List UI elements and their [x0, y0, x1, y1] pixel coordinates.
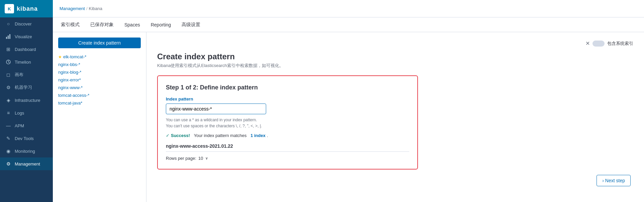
sidebar-item-label: Monitoring — [15, 149, 35, 154]
sidebar-item-monitoring[interactable]: ◉ Monitoring — [0, 145, 53, 157]
apm-icon: — — [5, 123, 11, 129]
sidebar-item-label: Dashboard — [15, 47, 36, 52]
visualize-icon — [5, 33, 11, 40]
list-item[interactable]: nginx-bbs-* — [58, 61, 141, 68]
page-header: ✕ 包含系统索引 Create index pattern Kibana使用索引… — [157, 40, 633, 69]
management-icon: ⚙ — [5, 161, 11, 167]
sidebar-item-canvas[interactable]: ◻ 画布 — [0, 68, 53, 81]
rows-per-page-label: Rows per page: — [166, 156, 196, 161]
sidebar-item-devtools[interactable]: ✎ Dev Tools — [0, 132, 53, 145]
index-item-label: tomcat-access-* — [58, 93, 89, 98]
breadcrumb: Management / Kibana — [60, 6, 102, 11]
right-panel: ✕ 包含系统索引 Create index pattern Kibana使用索引… — [146, 32, 644, 202]
index-pattern-input[interactable] — [166, 104, 266, 114]
rows-per-page-value: 10 — [198, 156, 203, 161]
success-count: 1 index — [250, 133, 265, 138]
left-panel: Create index pattern ★ elk-tomcat-* ngin… — [53, 32, 146, 202]
system-index-toggle[interactable] — [593, 41, 605, 47]
sidebar-item-discover[interactable]: ○ Discover — [0, 17, 53, 30]
list-item[interactable]: ★ elk-tomcat-* — [58, 54, 141, 60]
timelion-icon — [5, 59, 11, 65]
list-item[interactable]: nginx-www-* — [58, 84, 141, 91]
main-area: Management / Kibana 索引模式 已保存对象 Spaces Re… — [53, 0, 644, 202]
list-item[interactable]: nginx-error* — [58, 77, 141, 83]
subnav-item-index-patterns[interactable]: 索引模式 — [60, 17, 81, 32]
sidebar-item-apm[interactable]: — APM — [0, 119, 53, 132]
subnav-item-spaces[interactable]: Spaces — [123, 17, 141, 32]
subnav-item-saved-objects[interactable]: 已保存对象 — [89, 17, 115, 32]
sidebar-item-dashboard[interactable]: ⊞ Dashboard — [0, 43, 53, 56]
subnav-item-reporting[interactable]: Reporting — [149, 17, 173, 32]
success-message: ✓ Success! Your index pattern matches 1 … — [166, 133, 409, 138]
kibana-logo-icon: K — [5, 4, 14, 13]
sidebar-item-ml[interactable]: ⚙ 机器学习 — [0, 81, 53, 94]
success-period: . — [267, 133, 268, 138]
sidebar-item-label: Visualize — [15, 34, 32, 39]
sidebar-item-label: Discover — [15, 21, 32, 26]
sidebar-item-timelion[interactable]: Timelion — [0, 56, 53, 68]
svg-rect-0 — [6, 37, 7, 39]
topnav: Management / Kibana — [53, 0, 644, 17]
logs-icon: ≡ — [5, 110, 11, 116]
content-area: Create index pattern ★ elk-tomcat-* ngin… — [53, 32, 644, 202]
index-item-label: nginx-error* — [58, 77, 81, 82]
breadcrumb-current: Kibana — [89, 6, 102, 11]
toggle-label: 包含系统索引 — [607, 41, 633, 47]
success-text: Your index pattern matches — [194, 133, 247, 138]
page-title: Create index pattern — [157, 52, 633, 61]
field-label: Index pattern — [166, 96, 409, 102]
sidebar-item-label: 画布 — [15, 72, 23, 78]
sidebar-item-label: Management — [15, 161, 40, 166]
page-subtitle: Kibana使用索引模式从Elasticsearch索引中检索数据，如可视化。 — [157, 63, 633, 69]
sidebar-nav: ○ Discover Visualize ⊞ Dashboard Timelio… — [0, 17, 53, 202]
next-step-button[interactable]: › Next step — [597, 175, 631, 186]
sidebar-item-label: Dev Tools — [15, 136, 34, 141]
list-item[interactable]: tomcat-java* — [58, 100, 141, 106]
rows-per-page[interactable]: Rows per page: 10 ∨ — [166, 156, 409, 161]
subnav: 索引模式 已保存对象 Spaces Reporting 高级设置 — [53, 17, 644, 32]
index-item-label: nginx-bbs-* — [58, 62, 80, 67]
sidebar-item-label: Timelion — [15, 60, 31, 65]
subnav-item-advanced-settings[interactable]: 高级设置 — [180, 17, 202, 32]
index-item-label: tomcat-java* — [58, 100, 82, 106]
sidebar-item-visualize[interactable]: Visualize — [0, 30, 53, 43]
breadcrumb-separator: / — [86, 6, 88, 11]
sidebar: K kibana ○ Discover Visualize ⊞ Dashboar… — [0, 0, 53, 202]
index-item-label: nginx-blog-* — [58, 70, 81, 75]
toggle-row: ✕ 包含系统索引 — [157, 40, 633, 47]
dashboard-icon: ⊞ — [5, 46, 11, 52]
success-icon: ✓ — [166, 133, 170, 138]
ml-icon: ⚙ — [5, 84, 11, 90]
infrastructure-icon: ◈ — [5, 97, 11, 103]
sidebar-item-label: APM — [15, 123, 24, 128]
matched-index-suffix: 2021.01.22 — [210, 143, 233, 149]
devtools-icon: ✎ — [5, 135, 11, 141]
step-title: Step 1 of 2: Define index pattern — [166, 84, 409, 91]
success-word: Success! — [171, 133, 190, 138]
toggle-close-icon[interactable]: ✕ — [585, 40, 590, 47]
monitoring-icon: ◉ — [5, 148, 11, 154]
breadcrumb-parent[interactable]: Management — [60, 6, 85, 11]
sidebar-item-label: 机器学习 — [15, 84, 32, 90]
matched-index: nginx-www-access-2021.01.22 — [166, 143, 409, 152]
svg-rect-2 — [9, 34, 10, 39]
sidebar-item-management[interactable]: ⚙ Management — [0, 157, 53, 170]
canvas-icon: ◻ — [5, 72, 11, 78]
list-item[interactable]: nginx-blog-* — [58, 69, 141, 75]
index-list: ★ elk-tomcat-* nginx-bbs-* nginx-blog-* … — [58, 54, 141, 106]
step-box: Step 1 of 2: Define index pattern Index … — [157, 75, 418, 170]
star-icon: ★ — [58, 55, 62, 59]
discover-icon: ○ — [5, 21, 11, 27]
sidebar-item-label: Infrastructure — [15, 98, 40, 103]
kibana-logo-text: kibana — [17, 5, 38, 12]
create-index-pattern-button[interactable]: Create index pattern — [58, 38, 141, 48]
chevron-down-icon: ∨ — [205, 156, 208, 160]
index-item-label: elk-tomcat-* — [63, 54, 86, 59]
sidebar-logo[interactable]: K kibana — [0, 0, 53, 17]
sidebar-item-infrastructure[interactable]: ◈ Infrastructure — [0, 94, 53, 107]
svg-rect-1 — [8, 36, 9, 39]
matched-index-prefix: nginx-www-access- — [166, 143, 210, 149]
sidebar-item-logs[interactable]: ≡ Logs — [0, 107, 53, 119]
index-item-label: nginx-www-* — [58, 85, 83, 90]
list-item[interactable]: tomcat-access-* — [58, 92, 141, 98]
